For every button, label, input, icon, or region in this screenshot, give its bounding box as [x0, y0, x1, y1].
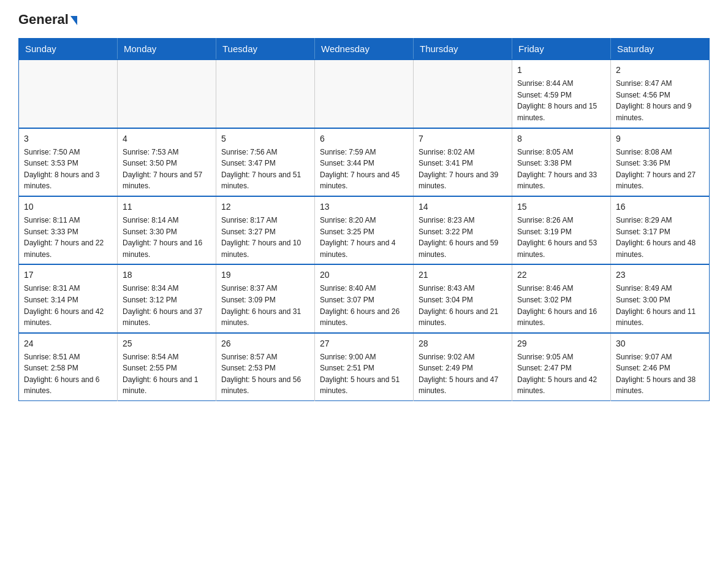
day-number: 14 [419, 201, 507, 213]
calendar-week-row: 1Sunrise: 8:44 AM Sunset: 4:59 PM Daylig… [19, 59, 710, 128]
day-number: 2 [616, 64, 704, 77]
day-number: 19 [221, 269, 309, 282]
calendar-week-row: 24Sunrise: 8:51 AM Sunset: 2:58 PM Dayli… [19, 333, 710, 401]
day-info: Sunrise: 8:57 AM Sunset: 2:53 PM Dayligh… [221, 351, 309, 397]
calendar-cell: 25Sunrise: 8:54 AM Sunset: 2:55 PM Dayli… [118, 333, 216, 401]
day-info: Sunrise: 8:49 AM Sunset: 3:00 PM Dayligh… [616, 283, 704, 328]
day-number: 17 [24, 269, 112, 282]
calendar-cell: 27Sunrise: 9:00 AM Sunset: 2:51 PM Dayli… [315, 333, 414, 401]
day-number: 16 [616, 201, 704, 213]
day-number: 4 [123, 132, 211, 145]
calendar-cell [216, 59, 315, 128]
day-info: Sunrise: 7:53 AM Sunset: 3:50 PM Dayligh… [123, 147, 211, 192]
calendar-cell: 17Sunrise: 8:31 AM Sunset: 3:14 PM Dayli… [19, 264, 118, 332]
day-number: 20 [320, 269, 408, 282]
day-info: Sunrise: 7:59 AM Sunset: 3:44 PM Dayligh… [320, 147, 408, 192]
day-info: Sunrise: 7:56 AM Sunset: 3:47 PM Dayligh… [221, 147, 309, 192]
calendar-cell: 19Sunrise: 8:37 AM Sunset: 3:09 PM Dayli… [216, 264, 315, 332]
day-info: Sunrise: 8:23 AM Sunset: 3:22 PM Dayligh… [419, 215, 507, 260]
day-number: 26 [221, 337, 309, 350]
calendar-cell: 11Sunrise: 8:14 AM Sunset: 3:30 PM Dayli… [118, 196, 216, 264]
day-number: 22 [517, 269, 605, 282]
day-number: 10 [24, 201, 112, 213]
logo-top: General [18, 12, 77, 27]
calendar-cell: 30Sunrise: 9:07 AM Sunset: 2:46 PM Dayli… [611, 333, 710, 401]
calendar-cell: 5Sunrise: 7:56 AM Sunset: 3:47 PM Daylig… [216, 128, 315, 196]
calendar-cell [315, 59, 414, 128]
day-info: Sunrise: 8:02 AM Sunset: 3:41 PM Dayligh… [419, 147, 507, 192]
calendar-cell: 20Sunrise: 8:40 AM Sunset: 3:07 PM Dayli… [315, 264, 414, 332]
logo-triangle-icon [70, 16, 77, 25]
calendar-cell: 1Sunrise: 8:44 AM Sunset: 4:59 PM Daylig… [512, 59, 611, 128]
calendar-cell: 10Sunrise: 8:11 AM Sunset: 3:33 PM Dayli… [19, 196, 118, 264]
calendar-cell: 2Sunrise: 8:47 AM Sunset: 4:56 PM Daylig… [611, 59, 710, 128]
day-info: Sunrise: 8:43 AM Sunset: 3:04 PM Dayligh… [419, 283, 507, 328]
day-number: 15 [517, 201, 605, 213]
calendar-cell: 12Sunrise: 8:17 AM Sunset: 3:27 PM Dayli… [216, 196, 315, 264]
day-number: 13 [320, 201, 408, 213]
calendar-cell [414, 59, 512, 128]
day-number: 5 [221, 132, 309, 145]
weekday-header-monday: Monday [118, 39, 216, 60]
day-number: 7 [419, 132, 507, 145]
day-info: Sunrise: 8:20 AM Sunset: 3:25 PM Dayligh… [320, 215, 408, 260]
day-number: 23 [616, 269, 704, 282]
day-number: 6 [320, 132, 408, 145]
calendar-cell: 26Sunrise: 8:57 AM Sunset: 2:53 PM Dayli… [216, 333, 315, 401]
day-number: 28 [419, 337, 507, 350]
day-info: Sunrise: 8:34 AM Sunset: 3:12 PM Dayligh… [123, 283, 211, 328]
calendar-cell: 8Sunrise: 8:05 AM Sunset: 3:38 PM Daylig… [512, 128, 611, 196]
calendar-week-row: 17Sunrise: 8:31 AM Sunset: 3:14 PM Dayli… [19, 264, 710, 332]
day-info: Sunrise: 8:46 AM Sunset: 3:02 PM Dayligh… [517, 283, 605, 328]
calendar-week-row: 3Sunrise: 7:50 AM Sunset: 3:53 PM Daylig… [19, 128, 710, 196]
calendar-cell: 29Sunrise: 9:05 AM Sunset: 2:47 PM Dayli… [512, 333, 611, 401]
calendar-cell: 16Sunrise: 8:29 AM Sunset: 3:17 PM Dayli… [611, 196, 710, 264]
day-number: 11 [123, 201, 211, 213]
calendar-cell: 22Sunrise: 8:46 AM Sunset: 3:02 PM Dayli… [512, 264, 611, 332]
weekday-header-wednesday: Wednesday [315, 39, 414, 60]
calendar-week-row: 10Sunrise: 8:11 AM Sunset: 3:33 PM Dayli… [19, 196, 710, 264]
weekday-header-sunday: Sunday [19, 39, 118, 60]
calendar-cell: 7Sunrise: 8:02 AM Sunset: 3:41 PM Daylig… [414, 128, 512, 196]
day-info: Sunrise: 9:00 AM Sunset: 2:51 PM Dayligh… [320, 351, 408, 397]
day-info: Sunrise: 8:05 AM Sunset: 3:38 PM Dayligh… [517, 147, 605, 192]
day-info: Sunrise: 8:37 AM Sunset: 3:09 PM Dayligh… [221, 283, 309, 328]
calendar-cell: 14Sunrise: 8:23 AM Sunset: 3:22 PM Dayli… [414, 196, 512, 264]
day-number: 9 [616, 132, 704, 145]
day-info: Sunrise: 9:07 AM Sunset: 2:46 PM Dayligh… [616, 351, 704, 397]
calendar-cell [118, 59, 216, 128]
day-number: 27 [320, 337, 408, 350]
day-info: Sunrise: 8:14 AM Sunset: 3:30 PM Dayligh… [123, 215, 211, 260]
day-info: Sunrise: 8:29 AM Sunset: 3:17 PM Dayligh… [616, 215, 704, 260]
day-info: Sunrise: 8:51 AM Sunset: 2:58 PM Dayligh… [24, 351, 112, 397]
weekday-header-tuesday: Tuesday [216, 39, 315, 60]
calendar-table: SundayMondayTuesdayWednesdayThursdayFrid… [18, 38, 710, 401]
day-number: 30 [616, 337, 704, 350]
day-info: Sunrise: 8:08 AM Sunset: 3:36 PM Dayligh… [616, 147, 704, 192]
calendar-cell: 18Sunrise: 8:34 AM Sunset: 3:12 PM Dayli… [118, 264, 216, 332]
day-number: 1 [517, 64, 605, 77]
day-number: 29 [517, 337, 605, 350]
day-number: 25 [123, 337, 211, 350]
calendar-cell: 28Sunrise: 9:02 AM Sunset: 2:49 PM Dayli… [414, 333, 512, 401]
calendar-cell: 4Sunrise: 7:53 AM Sunset: 3:50 PM Daylig… [118, 128, 216, 196]
day-info: Sunrise: 8:11 AM Sunset: 3:33 PM Dayligh… [24, 215, 112, 260]
day-number: 24 [24, 337, 112, 350]
header: General [18, 12, 710, 27]
calendar-header-row: SundayMondayTuesdayWednesdayThursdayFrid… [19, 39, 710, 60]
weekday-header-saturday: Saturday [611, 39, 710, 60]
calendar-cell: 9Sunrise: 8:08 AM Sunset: 3:36 PM Daylig… [611, 128, 710, 196]
calendar-cell: 21Sunrise: 8:43 AM Sunset: 3:04 PM Dayli… [414, 264, 512, 332]
day-number: 12 [221, 201, 309, 213]
day-info: Sunrise: 8:40 AM Sunset: 3:07 PM Dayligh… [320, 283, 408, 328]
calendar-cell [19, 59, 118, 128]
weekday-header-friday: Friday [512, 39, 611, 60]
day-number: 21 [419, 269, 507, 282]
calendar-cell: 24Sunrise: 8:51 AM Sunset: 2:58 PM Dayli… [19, 333, 118, 401]
day-info: Sunrise: 8:54 AM Sunset: 2:55 PM Dayligh… [123, 351, 211, 397]
calendar-cell: 3Sunrise: 7:50 AM Sunset: 3:53 PM Daylig… [19, 128, 118, 196]
weekday-header-thursday: Thursday [414, 39, 512, 60]
logo: General [18, 12, 77, 27]
day-info: Sunrise: 8:26 AM Sunset: 3:19 PM Dayligh… [517, 215, 605, 260]
calendar-cell: 15Sunrise: 8:26 AM Sunset: 3:19 PM Dayli… [512, 196, 611, 264]
